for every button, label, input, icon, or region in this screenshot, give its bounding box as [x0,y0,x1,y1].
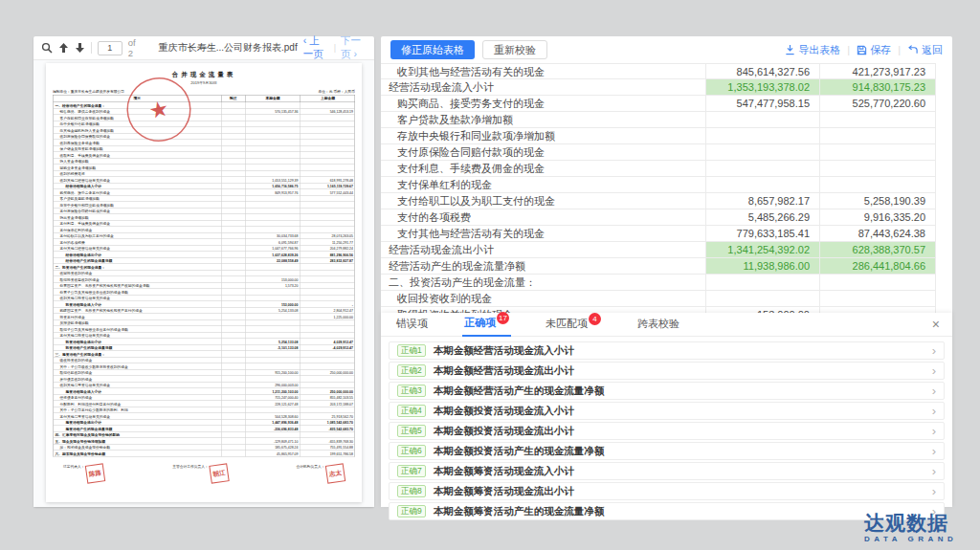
table-row[interactable]: 经营活动现金流出小计1,341,254,392.02628,388,370.57 [381,242,952,258]
current-amount [706,275,820,291]
page-down-icon[interactable] [75,42,85,54]
row-label: 客户贷款及垫款净增加额 [381,112,706,128]
table-row[interactable]: 支付的各项税费5,485,266.299,916,335.20 [381,209,952,226]
correct-item[interactable]: 正确1本期金额经营活动现金流入小计› [389,341,945,360]
item-label: 本期金额筹资活动产生的现金流量净额 [434,505,605,518]
correct-item[interactable]: 正确3本期金额经营活动产生的现金流量净额› [389,382,945,400]
prior-amount: 914,830,175.23 [820,79,936,96]
table-row[interactable]: 经营活动产生的现金流量净额11,938,986.00286,441,804.66 [381,258,952,275]
table-row[interactable]: 支付原保险合同赔付款项的现金 [381,144,952,161]
table-row[interactable]: 收回投资收到的现金 [381,291,952,307]
row-gutter [936,112,952,128]
correct-item[interactable]: 正确2本期金额经营活动现金流出小计› [389,362,945,380]
pdf-document-date: 2019年9月30日 [53,80,355,86]
pdf-table-row: 六、期末现金及现金等价物余额45,865,957.09199,651,786.5… [54,451,355,457]
fix-original-table-button[interactable]: 修正原始表格 [390,40,475,59]
correct-item[interactable]: 正确6本期金额投资活动产生的现金流量净额› [389,442,945,460]
item-label: 本期金额经营活动现金流入小计 [434,344,574,358]
pdf-unit: 单位：元 币种：人民币 [318,89,355,94]
row-gutter [936,144,952,161]
correct-item[interactable]: 正确9本期金额筹资活动产生的现金流量净额› [389,502,945,520]
pdf-toolbar: of 2 重庆市长寿生...公司财务报表.pdf ‹ 上一页 | 下一页 › [33,36,374,60]
pdf-meta-row: 编制单位：重庆市长寿生态建设开发有限公司 单位：元 币种：人民币 [53,89,355,94]
close-panel-icon[interactable]: × [932,317,940,332]
prior-amount: 5,258,190.39 [820,193,936,209]
current-amount [706,112,820,128]
row-label: 二、投资活动产生的现金流量： [381,275,706,291]
prior-amount: 628,388,370.57 [820,242,936,258]
save-button[interactable]: 保存 [857,43,891,57]
correct-tag: 正确4 [397,405,426,417]
unmatched-count-badge: 4 [589,313,601,325]
row-label: 存放中央银行和同业款项净增加额 [381,128,706,144]
correct-item[interactable]: 正确8本期金额筹资活动现金流出小计› [389,482,945,500]
item-label: 本期金额筹资活动现金流出小计 [434,485,574,498]
correct-item[interactable]: 正确7本期金额筹资活动现金流入小计› [389,462,945,480]
row-gutter [936,177,952,193]
chevron-right-icon: › [932,445,936,457]
prior-amount [820,128,936,144]
tab-cross-table[interactable]: 跨表校验 [635,313,681,336]
validation-tabs: 错误项 正确项17 未匹配项4 跨表校验 × [381,313,952,337]
back-button[interactable]: 返回 [907,43,943,57]
row-label: 支付原保险合同赔付款项的现金 [381,144,706,161]
row-gutter [936,193,952,209]
current-amount: 547,477,958.15 [706,96,820,112]
table-row[interactable]: 客户贷款及垫款净增加额 [381,112,952,128]
page-up-icon[interactable] [58,42,69,54]
logo-cn-text: 达观数据 [864,513,957,534]
tab-unmatched[interactable]: 未匹配项4 [544,313,603,336]
pdf-table-header: 项目 附注 本期金额 上期金额 [54,96,355,103]
revalidate-button[interactable]: 重新校验 [482,40,547,59]
table-row[interactable]: 经营活动现金流入小计1,353,193,378.02914,830,175.23 [381,79,952,96]
item-label: 本期金额筹资活动现金流入小计 [434,465,574,478]
extracted-cashflow-table: 收到其他与经营活动有关的现金845,614,327.56421,273,917.… [381,63,952,323]
tab-errors[interactable]: 错误项 [394,313,430,336]
item-label: 本期金额投资活动现金流入小计 [434,405,574,418]
current-amount: 8,657,982.17 [706,193,820,209]
current-amount [706,177,820,193]
correct-tag: 正确8 [397,485,426,497]
correct-items-list: 正确1本期金额经营活动现金流入小计›正确2本期金额经营活动现金流出小计›正确3本… [381,337,952,520]
table-row[interactable]: 支付给职工以及为职工支付的现金8,657,982.175,258,190.39 [381,193,952,209]
save-icon [857,45,867,55]
toolbar-links: 导出表格 | 保存 | 返回 [785,43,943,57]
table-row[interactable]: 收到其他与经营活动有关的现金845,614,327.56421,273,917.… [381,63,952,79]
prev-page-button[interactable]: ‹ 上一页 [303,34,329,61]
table-row[interactable]: 存放中央银行和同业款项净增加额 [381,128,952,144]
correct-tag: 正确9 [397,505,426,517]
next-page-button[interactable]: 下一页 › [341,34,367,61]
validation-panel: 错误项 正确项17 未匹配项4 跨表校验 × 正确1本期金额经营活动现金流入小计… [381,313,952,507]
row-label: 支付的各项税费 [381,209,706,226]
correct-tag: 正确7 [397,465,426,477]
prior-amount: 525,770,220.60 [820,96,936,112]
table-row[interactable]: 二、投资活动产生的现金流量： [381,275,952,291]
table-row[interactable]: 支付其他与经营活动有关的现金779,633,185.4187,443,624.3… [381,226,952,242]
chevron-right-icon: › [932,465,936,477]
current-amount [706,161,820,177]
logo-en-text: DATA GRAND [864,535,957,543]
pdf-document-title: 合并现金流量表 [53,70,355,78]
row-label: 经营活动产生的现金流量净额 [381,258,706,275]
pdf-signature-row: 法定代表人： 陈路 主管会计工作负责人： 朝江 会计机构负责人： 志太 [53,465,355,483]
item-label: 本期金额经营活动现金流出小计 [434,364,574,378]
pdf-viewport[interactable]: 合并现金流量表 2019年9月30日 编制单位：重庆市长寿生态建设开发有限公司 … [33,60,374,507]
zoom-icon[interactable] [41,42,53,54]
export-table-button[interactable]: 导出表格 [785,43,840,57]
row-gutter [936,291,952,307]
correct-item[interactable]: 正确4本期金额投资活动现金流入小计› [389,402,945,420]
correct-tag: 正确3 [397,385,426,397]
tab-correct[interactable]: 正确项17 [462,312,511,337]
table-row[interactable]: 购买商品、接受劳务支付的现金547,477,958.15525,770,220.… [381,96,952,112]
correct-tag: 正确5 [397,425,426,437]
table-row[interactable]: 支付利息、手续费及佣金的现金 [381,161,952,177]
return-icon [907,45,919,55]
pdf-cashflow-table: 项目 附注 本期金额 上期金额 一、经营活动产生的现金流量：销售商品、提供劳务收… [53,95,355,457]
correct-item[interactable]: 正确5本期金额投资活动现金流出小计› [389,422,945,440]
row-label: 经营活动现金流入小计 [381,79,706,96]
page-number-input[interactable] [98,41,122,55]
row-gutter [936,226,952,242]
current-amount: 1,353,193,378.02 [706,79,820,96]
table-row[interactable]: 支付保单红利的现金 [381,177,952,193]
row-gutter [936,63,952,79]
